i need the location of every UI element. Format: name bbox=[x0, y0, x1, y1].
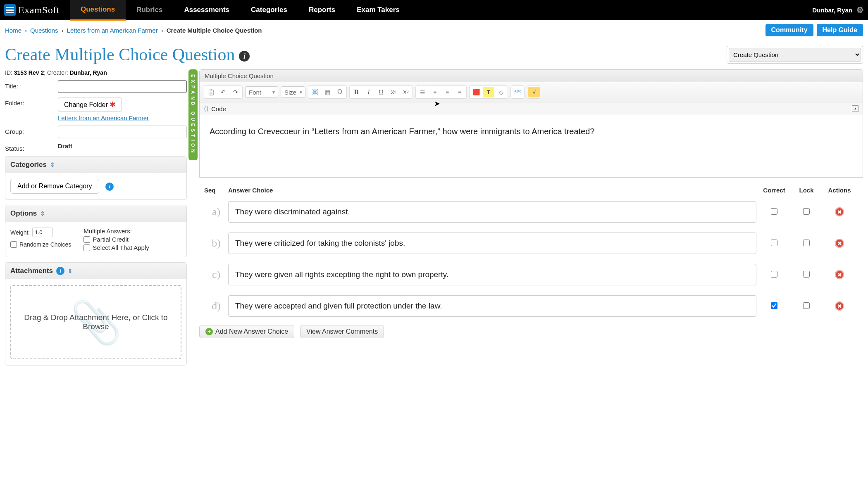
help-guide-button[interactable]: Help Guide bbox=[817, 24, 863, 36]
table-icon[interactable]: ▦ bbox=[322, 87, 333, 97]
align-left-icon[interactable]: ≡ bbox=[429, 87, 441, 97]
font-select[interactable]: Font▼ bbox=[245, 86, 278, 98]
nav-assessments[interactable]: Assessments bbox=[173, 0, 240, 20]
breadcrumb: Home › Questions › Letters from an Ameri… bbox=[5, 27, 262, 34]
crumb-questions[interactable]: Questions bbox=[30, 27, 58, 34]
superscript-button[interactable]: X2 bbox=[400, 87, 412, 97]
gear-icon[interactable]: ⚙ bbox=[856, 5, 864, 15]
delete-answer-icon[interactable]: ✖ bbox=[835, 301, 844, 311]
italic-button[interactable]: I bbox=[363, 87, 374, 97]
lock-checkbox[interactable] bbox=[803, 271, 810, 278]
collapse-icon[interactable]: ⇕ bbox=[68, 268, 73, 274]
title-input[interactable] bbox=[58, 80, 187, 93]
answer-row: b) They were criticized for taking the c… bbox=[199, 228, 863, 259]
community-button[interactable]: Community bbox=[765, 24, 813, 36]
spellcheck-icon[interactable]: ᴬᴮᶜ bbox=[512, 87, 523, 97]
underline-button[interactable]: U bbox=[375, 87, 387, 97]
correct-checkbox[interactable] bbox=[771, 302, 777, 309]
collapse-icon[interactable]: ⇕ bbox=[50, 161, 55, 168]
page-title-row: Create Multiple Choice Questioni Create … bbox=[0, 40, 868, 69]
crumb-home[interactable]: Home bbox=[5, 27, 21, 34]
options-panel: Options ⇕ Weight: Randomize Choices Mult… bbox=[5, 205, 187, 257]
answer-seq: d) bbox=[204, 300, 228, 312]
select-all-apply-checkbox[interactable]: Select All That Apply bbox=[83, 244, 149, 251]
nav-categories[interactable]: Categories bbox=[240, 0, 298, 20]
create-question-dropdown[interactable]: Create Question bbox=[729, 48, 861, 62]
nav-questions[interactable]: Questions bbox=[70, 0, 126, 21]
add-answer-choice-button[interactable]: + Add New Answer Choice bbox=[199, 325, 294, 338]
add-remove-category-button[interactable]: Add or Remove Category bbox=[10, 179, 99, 194]
paste-icon[interactable]: 📋 bbox=[205, 87, 217, 97]
multiple-answers-label: Multiple Answers: bbox=[83, 228, 149, 235]
answer-choice-input[interactable]: They were criticized for taking the colo… bbox=[228, 233, 756, 254]
attachment-dropzone[interactable]: 📎 Drag & Drop Attachment Here, or Click … bbox=[10, 285, 181, 359]
folder-link[interactable]: Letters from an American Farmer bbox=[58, 114, 187, 121]
brand[interactable]: ExamSoft bbox=[4, 4, 60, 16]
align-right-icon[interactable]: ≡ bbox=[454, 87, 465, 97]
correct-checkbox[interactable] bbox=[771, 208, 777, 215]
answer-choice-input[interactable]: They were discriminated against. bbox=[228, 201, 756, 223]
nav-exam-takers[interactable]: Exam Takers bbox=[346, 0, 410, 20]
question-text-editor[interactable]: According to Crevecoeur in “Letters from… bbox=[200, 115, 863, 177]
partial-credit-checkbox[interactable]: Partial Credit bbox=[83, 236, 149, 243]
lock-checkbox[interactable] bbox=[803, 302, 810, 309]
view-answer-comments-button[interactable]: View Answer Comments bbox=[300, 325, 384, 338]
editor-header: Multiple Choice Question bbox=[200, 70, 863, 82]
answer-row: d) They were accepted and given full pro… bbox=[199, 290, 863, 322]
nav-reports[interactable]: Reports bbox=[298, 0, 346, 20]
meta-line: ID: 3153 Rev 2; Creator: Dunbar, Ryan bbox=[5, 69, 187, 76]
clear-format-icon[interactable]: ◇ bbox=[495, 87, 507, 97]
bullet-list-icon[interactable]: ☰ bbox=[417, 87, 428, 97]
weight-input[interactable] bbox=[32, 228, 53, 237]
info-icon[interactable]: i bbox=[105, 183, 114, 191]
subscript-button[interactable]: X2 bbox=[388, 87, 399, 97]
correct-checkbox[interactable] bbox=[771, 240, 777, 246]
main-nav: Questions Rubrics Assessments Categories… bbox=[70, 0, 410, 21]
delete-answer-icon[interactable]: ✖ bbox=[835, 207, 844, 216]
answer-row: a) They were discriminated against. ✖ bbox=[199, 196, 863, 228]
left-panel: ID: 3153 Rev 2; Creator: Dunbar, Ryan Ti… bbox=[5, 69, 187, 370]
lock-checkbox[interactable] bbox=[803, 240, 810, 246]
image-icon[interactable]: 🖼 bbox=[309, 87, 321, 97]
correct-checkbox[interactable] bbox=[771, 271, 777, 278]
align-center-icon[interactable]: ≡ bbox=[441, 87, 453, 97]
crumb-folder[interactable]: Letters from an American Farmer bbox=[67, 27, 158, 34]
answer-seq: c) bbox=[204, 268, 228, 281]
answer-row: c) They were given all rights excepting … bbox=[199, 259, 863, 290]
highlight-icon[interactable]: T bbox=[483, 87, 494, 97]
header-bar: ExamSoft Questions Rubrics Assessments C… bbox=[0, 0, 868, 20]
undo-icon[interactable]: ↶ bbox=[217, 87, 229, 97]
code-button[interactable]: ⟨⟩ Code bbox=[204, 105, 226, 112]
page-title: Create Multiple Choice Questioni bbox=[5, 45, 250, 64]
randomize-choices-checkbox[interactable]: Randomize Choices bbox=[10, 241, 71, 248]
info-icon[interactable]: i bbox=[239, 51, 250, 62]
delete-answer-icon[interactable]: ✖ bbox=[835, 270, 844, 279]
user-name: Dunbar, Ryan bbox=[812, 7, 852, 14]
cursor-icon: ➤ bbox=[434, 99, 440, 108]
answer-choice-input[interactable]: They were given all rights excepting the… bbox=[228, 264, 756, 285]
bold-button[interactable]: B bbox=[351, 87, 362, 97]
brand-icon bbox=[4, 4, 16, 16]
folder-label: Folder: bbox=[5, 97, 58, 107]
paperclip-icon: 📎 bbox=[70, 298, 122, 346]
text-color-icon[interactable]: 🟥 bbox=[470, 87, 482, 97]
categories-panel: Categories ⇕ Add or Remove Category i bbox=[5, 156, 187, 200]
user-area[interactable]: Dunbar, Ryan ⚙ bbox=[812, 5, 864, 15]
change-folder-button[interactable]: Change Folder ✱ bbox=[58, 97, 122, 112]
size-select[interactable]: Size▼ bbox=[281, 86, 305, 98]
expand-question-tab[interactable]: EXPAND QUESTION bbox=[188, 69, 198, 160]
editor-toolbar: 📋 ↶ ↷ Font▼ Size▼ 🖼 ▦ Ω B I U X2 X2 bbox=[200, 82, 863, 102]
nav-rubrics[interactable]: Rubrics bbox=[126, 0, 173, 20]
collapse-icon[interactable]: ⇕ bbox=[40, 210, 45, 217]
attachments-panel: Attachments i ⇕ 📎 Drag & Drop Attachment… bbox=[5, 262, 187, 365]
collapse-toolbar-icon[interactable]: ▴ bbox=[852, 105, 858, 112]
lock-checkbox[interactable] bbox=[803, 208, 810, 215]
redo-icon[interactable]: ↷ bbox=[230, 87, 241, 97]
answer-choice-input[interactable]: They were accepted and given full protec… bbox=[228, 295, 756, 317]
info-icon[interactable]: i bbox=[56, 267, 64, 275]
delete-answer-icon[interactable]: ✖ bbox=[835, 239, 844, 248]
status-label: Status: bbox=[5, 142, 58, 152]
formula-icon[interactable]: √ bbox=[528, 87, 540, 97]
omega-icon[interactable]: Ω bbox=[334, 87, 346, 97]
group-input[interactable] bbox=[58, 126, 187, 138]
